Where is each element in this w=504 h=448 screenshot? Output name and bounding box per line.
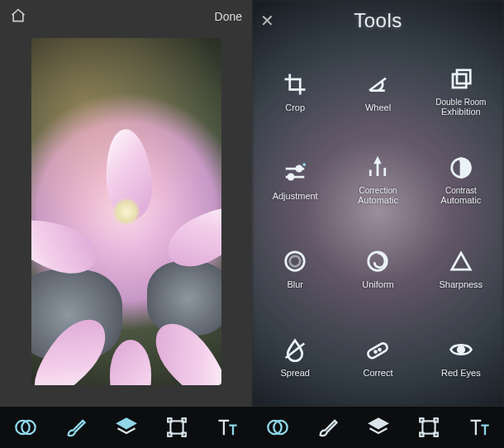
bar-palette[interactable]: [259, 409, 296, 446]
tool-double-exhibition[interactable]: Double Room Exhibition: [420, 50, 502, 133]
svg-rect-0: [453, 74, 466, 88]
tool-label: Red Eyes: [441, 368, 481, 379]
crop-icon: [281, 70, 309, 98]
bar-palette[interactable]: [7, 409, 44, 446]
image-canvas: [31, 38, 221, 385]
blur-icon: [281, 247, 309, 275]
svg-rect-9: [367, 341, 389, 359]
svg-point-11: [379, 349, 381, 350]
tool-correction-auto[interactable]: Correction Automatic: [336, 138, 419, 222]
editor-panel: Done: [0, 0, 252, 407]
home-icon[interactable]: [10, 7, 26, 26]
tool-label: Spread: [280, 368, 309, 379]
panel-title: Tools: [280, 9, 496, 32]
bottom-bar-right: [252, 407, 504, 448]
swirl-icon: [364, 247, 392, 275]
tool-wheel[interactable]: Wheel: [336, 50, 419, 133]
angle-icon: [364, 70, 392, 98]
triangle-icon: [447, 247, 475, 275]
tool-blur[interactable]: Blur: [254, 226, 336, 310]
bar-transform[interactable]: [159, 409, 195, 446]
tool-label: Contrast Automatic: [440, 186, 481, 206]
bandage-icon: [364, 336, 392, 364]
close-icon[interactable]: ✕: [260, 11, 280, 31]
tool-correct[interactable]: Correct: [336, 315, 419, 398]
svg-rect-16: [168, 418, 171, 422]
bar-text[interactable]: [209, 409, 245, 446]
tool-label: Blur: [287, 279, 303, 290]
frames-icon: [447, 65, 475, 93]
bottom-bar-left: [0, 407, 252, 448]
contrast-icon: [447, 154, 475, 182]
svg-rect-22: [422, 421, 435, 433]
svg-point-12: [458, 346, 464, 353]
bar-text[interactable]: [461, 409, 497, 446]
svg-point-10: [375, 350, 377, 352]
svg-rect-15: [170, 421, 183, 433]
tool-sharpness[interactable]: Sharpness: [420, 226, 502, 310]
svg-point-3: [288, 174, 293, 179]
tool-spread[interactable]: Spread: [254, 315, 336, 398]
tool-uniform[interactable]: Uniform: [336, 226, 419, 310]
tools-panel: ✕ Tools Crop Wheel: [252, 0, 504, 407]
bar-layers[interactable]: [108, 409, 145, 446]
bar-brush[interactable]: [58, 409, 94, 446]
levels-icon: [364, 154, 392, 182]
svg-point-6: [286, 251, 305, 270]
sliders-icon: [281, 159, 309, 187]
tool-label: Wheel: [365, 102, 391, 113]
eye-icon: [447, 336, 475, 364]
svg-rect-23: [420, 418, 423, 422]
canvas-area[interactable]: [0, 33, 252, 407]
tool-red-eyes[interactable]: Red Eyes: [420, 315, 502, 398]
svg-rect-24: [434, 418, 437, 422]
svg-rect-1: [457, 70, 470, 83]
drop-icon: [281, 336, 309, 364]
tool-label: Correction Automatic: [358, 186, 398, 206]
tool-label: Correct: [363, 368, 392, 379]
svg-point-2: [297, 166, 302, 171]
tool-label: Double Room Exhibition: [435, 98, 486, 117]
tool-contrast-auto[interactable]: Contrast Automatic: [420, 138, 502, 222]
tool-adjustment[interactable]: Adjustment: [254, 138, 336, 222]
tool-crop[interactable]: Crop: [254, 50, 336, 133]
svg-rect-17: [182, 418, 185, 422]
tools-grid: Crop Wheel Double Room Exhibition: [252, 41, 504, 407]
bar-brush[interactable]: [310, 409, 346, 446]
svg-point-4: [303, 163, 307, 166]
tool-label: Adjustment: [273, 191, 318, 202]
svg-rect-25: [420, 433, 423, 436]
bottom-bar: [0, 407, 504, 448]
bar-transform[interactable]: [411, 409, 447, 446]
tool-label: Crop: [285, 102, 305, 113]
tool-label: Uniform: [362, 279, 394, 290]
done-button[interactable]: Done: [215, 10, 242, 23]
svg-point-7: [290, 255, 301, 266]
tool-label: Sharpness: [440, 279, 483, 290]
bar-layers[interactable]: [360, 409, 397, 446]
